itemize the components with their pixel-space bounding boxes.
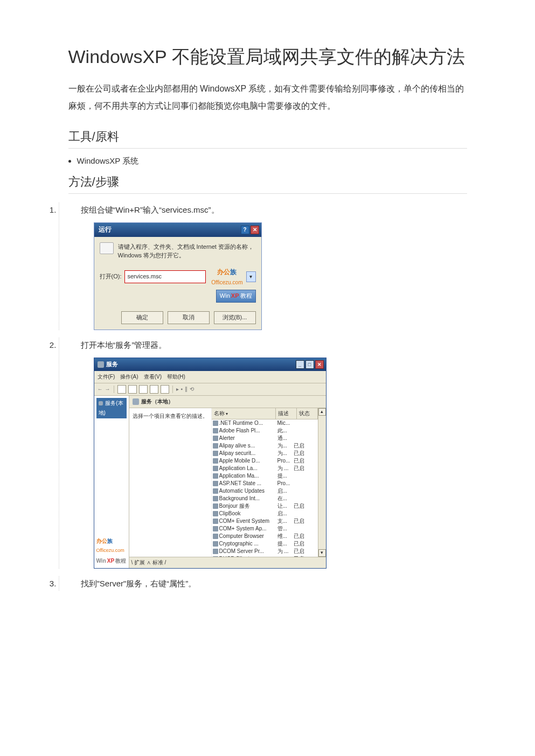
service-row[interactable]: Automatic Updates启...	[212, 487, 318, 495]
service-name: Computer Browser	[219, 533, 277, 540]
service-desc: 为 ...	[277, 465, 294, 472]
browse-button[interactable]: 浏览(B)...	[214, 311, 256, 324]
service-desc: 启...	[277, 510, 294, 517]
section-steps-heading: 方法/步骤	[68, 174, 467, 194]
service-row[interactable]: Adobe Flash Pl...此...	[212, 427, 318, 435]
service-row[interactable]: DCOM Server Pr...为 ...已启	[212, 548, 318, 555]
vertical-scrollbar[interactable]: ▴ ▾	[318, 408, 326, 557]
service-row[interactable]: Apple Mobile D...Pro...已启	[212, 457, 318, 465]
service-name: Application Ma...	[219, 472, 277, 480]
page-title: WindowsXP 不能设置局域网共享文件的解决方法	[68, 43, 467, 71]
service-row[interactable]: Computer Browser维...已启	[212, 533, 318, 540]
step-3-text: 找到"Server"服务，右键“属性”。	[81, 579, 197, 588]
service-desc: Mic...	[277, 419, 294, 427]
minimize-icon[interactable]: _	[296, 360, 304, 369]
step-3: 找到"Server"服务，右键“属性”。	[59, 576, 467, 591]
toolbar-icon[interactable]	[161, 385, 169, 394]
services-tabs[interactable]: \ 扩展 ∧ 标准 /	[129, 557, 326, 568]
ok-button[interactable]: 确定	[121, 311, 163, 324]
combo-arrow-icon[interactable]: ▾	[246, 271, 256, 282]
gear-icon	[133, 398, 139, 405]
services-list[interactable]: 名称 ▾ 描述 状态 .NET Runtime O...Mic...Adobe …	[212, 408, 318, 557]
scroll-down-icon[interactable]: ▾	[318, 549, 326, 557]
col-desc[interactable]: 描述	[276, 408, 297, 419]
menu-file[interactable]: 文件(F)	[98, 372, 115, 382]
close-icon[interactable]: ✕	[251, 226, 259, 234]
service-row[interactable]: ASP.NET State ...Pro...	[212, 480, 318, 487]
service-icon	[213, 534, 218, 539]
cancel-button[interactable]: 取消	[168, 311, 210, 324]
service-row[interactable]: Alerter通...	[212, 435, 318, 442]
watermark-domain: Officezu.com	[211, 278, 242, 288]
service-icon	[213, 556, 218, 557]
service-icon	[213, 503, 218, 509]
services-toolbar: ← → ▸ ▪ ‖ ⟲	[94, 383, 326, 396]
services-window: 服务 _ □ ✕ 文件(F) 操作(A) 查看(V) 帮助(H) ←	[94, 358, 326, 569]
section-tools-heading: 工具/原料	[68, 129, 467, 149]
service-name: DCOM Server Pr...	[219, 548, 277, 555]
toolbar-icon[interactable]	[117, 385, 126, 394]
toolbar-pause-icon[interactable]: ‖	[185, 384, 187, 394]
col-status[interactable]: 状态	[297, 408, 318, 419]
watermark-brand: 办公族	[217, 268, 237, 276]
menu-action[interactable]: 操作(A)	[120, 372, 138, 382]
service-icon	[213, 511, 218, 516]
watermark-winxp: WinXP教程	[216, 290, 256, 303]
service-row[interactable]: .NET Runtime O...Mic...	[212, 419, 318, 427]
service-row[interactable]: Application La...为 ...已启	[212, 465, 318, 472]
menu-view[interactable]: 查看(V)	[144, 372, 162, 382]
service-icon	[213, 443, 218, 449]
nav-back-icon[interactable]: ←	[98, 384, 103, 394]
service-name: Alipay alive s...	[219, 442, 277, 450]
service-status: 已启	[294, 517, 310, 525]
service-icon	[213, 526, 218, 531]
service-status: 已启	[294, 442, 310, 450]
nav-forward-icon[interactable]: →	[105, 384, 110, 394]
service-icon	[213, 421, 218, 426]
service-row[interactable]: Application Ma...提...	[212, 472, 318, 480]
service-row[interactable]: Alipay alive s...为...已启	[212, 442, 318, 450]
maximize-icon[interactable]: □	[305, 360, 314, 369]
service-row[interactable]: DHCP Client已启	[212, 555, 318, 557]
service-row[interactable]: Background Int...在...	[212, 495, 318, 502]
col-name[interactable]: 名称 ▾	[212, 408, 276, 419]
menu-help[interactable]: 帮助(H)	[167, 372, 185, 382]
step-2: 打开本地“服务”管理器。 服务 _ □ ✕ 文件(F) 操作(A)	[59, 338, 467, 569]
service-icon	[213, 549, 218, 554]
service-desc: 为...	[277, 450, 294, 457]
service-row[interactable]: Bonjour 服务让...已启	[212, 502, 318, 510]
service-icon	[213, 519, 218, 524]
toolbar-stop-icon[interactable]: ▪	[181, 384, 183, 394]
run-program-icon	[100, 242, 114, 254]
run-titlebar: 运行 ? ✕	[94, 223, 261, 237]
close-icon[interactable]: ✕	[315, 360, 324, 369]
gear-icon	[99, 401, 103, 405]
service-row[interactable]: COM+ System Ap...管...	[212, 525, 318, 533]
tree-node-services-local[interactable]: 服务(本地)	[96, 398, 127, 418]
run-open-input[interactable]: services.msc	[124, 270, 206, 283]
help-icon[interactable]: ?	[241, 226, 249, 234]
toolbar-play-icon[interactable]: ▸	[176, 384, 179, 394]
service-desc: Pro...	[277, 480, 294, 487]
service-icon	[213, 496, 218, 501]
service-row[interactable]: COM+ Event System支...已启	[212, 517, 318, 525]
service-icon	[213, 458, 218, 464]
service-row[interactable]: ClipBook启...	[212, 510, 318, 517]
toolbar-icon[interactable]	[128, 385, 137, 394]
service-row[interactable]: Alipay securit...为...已启	[212, 450, 318, 457]
service-desc: 启...	[277, 487, 294, 495]
scroll-up-icon[interactable]: ▴	[318, 408, 326, 416]
service-name: Alipay securit...	[219, 450, 277, 457]
service-status: 已启	[294, 450, 310, 457]
run-dialog: 运行 ? ✕ 请键入程序、文件夹、文档或 Internet 资源的名称，Wind…	[94, 222, 262, 330]
service-name: ASP.NET State ...	[219, 480, 277, 487]
toolbar-icon[interactable]	[139, 385, 148, 394]
service-status: 已启	[294, 555, 310, 557]
toolbar-restart-icon[interactable]: ⟲	[190, 384, 194, 394]
toolbar-icon[interactable]	[150, 385, 158, 394]
service-row[interactable]: Cryptographic ...提...已启	[212, 540, 318, 548]
service-name: Apple Mobile D...	[219, 457, 277, 465]
watermark-left: 办公族 Officezu.com WinXP教程	[94, 534, 129, 568]
service-name: Cryptographic ...	[219, 540, 277, 548]
run-open-label: 打开(O):	[100, 271, 122, 282]
